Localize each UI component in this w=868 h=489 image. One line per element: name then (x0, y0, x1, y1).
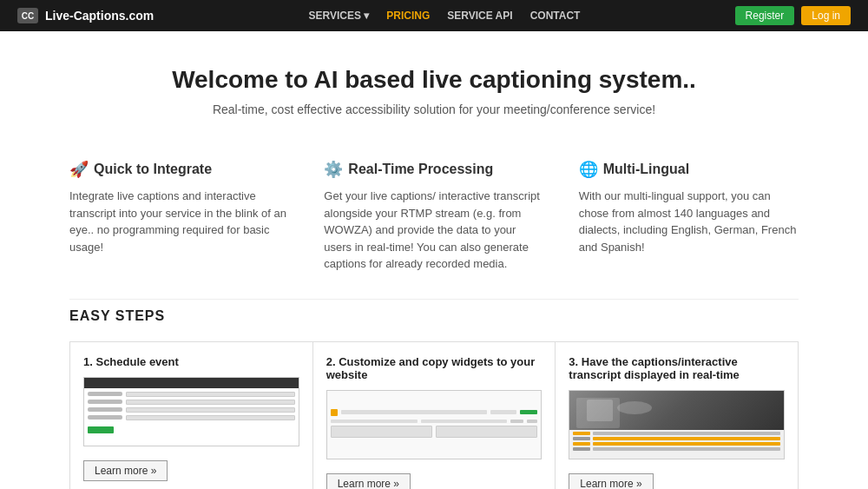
nav-pricing-link[interactable]: PRICING (386, 10, 430, 22)
step-2-title: 2. Customize and copy widgets to your we… (326, 355, 542, 381)
step-2-image (326, 390, 542, 459)
easy-steps-section: EASY STEPS 1. Schedule event Learn more … (0, 300, 868, 490)
feature-3-description: With our multi-lingual support, you can … (579, 188, 799, 255)
step-3-title: 3. Have the captions/interactive transcr… (569, 355, 785, 381)
nav-links: SERVICES ▾ PRICING SERVICE API CONTACT (308, 10, 580, 22)
step-3-learn-more[interactable]: Learn more » (569, 473, 653, 490)
feature-2-description: Get your live captions/ interactive tran… (324, 188, 543, 273)
step-1-title: 1. Schedule event (83, 355, 299, 368)
feature-realtime: ⚙️ Real-Time Processing Get your live ca… (324, 160, 543, 273)
nav-services-link[interactable]: SERVICES ▾ (308, 10, 369, 22)
nav-buttons: Register Log in (735, 6, 851, 25)
logo: CC Live-Captions.com (17, 8, 154, 23)
navbar: CC Live-Captions.com SERVICES ▾ PRICING … (0, 0, 868, 31)
feature-3-icon: 🌐 (579, 160, 598, 179)
features-section: 🚀 Quick to Integrate Integrate live capt… (0, 134, 868, 299)
hero-section: Welcome to AI based live captioning syst… (0, 31, 868, 134)
step-2: 2. Customize and copy widgets to your we… (313, 342, 556, 490)
step-3: 3. Have the captions/interactive transcr… (556, 342, 798, 490)
logo-text: Live-Captions.com (45, 9, 154, 23)
feature-2-title: Real-Time Processing (348, 162, 493, 177)
transcript-photo (569, 391, 784, 430)
register-button[interactable]: Register (735, 6, 795, 25)
nav-contact-link[interactable]: CONTACT (530, 10, 581, 22)
feature-1-icon: 🚀 (69, 160, 89, 179)
feature-3-title: Multi-Lingual (603, 162, 690, 177)
feature-1-description: Integrate live captions and interactive … (69, 188, 289, 255)
hero-subtitle: Real-time, cost effective accessibility … (69, 102, 799, 116)
login-button[interactable]: Log in (801, 6, 851, 25)
transcript-lines (569, 430, 784, 454)
feature-quick-integrate: 🚀 Quick to Integrate Integrate live capt… (69, 160, 289, 273)
steps-grid: 1. Schedule event Learn more » 2. Custom… (69, 341, 799, 490)
logo-icon: CC (17, 8, 38, 23)
easy-steps-heading: EASY STEPS (69, 308, 799, 324)
step-2-learn-more[interactable]: Learn more » (326, 473, 411, 490)
feature-1-title: Quick to Integrate (94, 162, 212, 177)
step-1-image (83, 377, 299, 446)
step-3-image (569, 390, 785, 459)
step-1-learn-more[interactable]: Learn more » (83, 460, 168, 481)
feature-2-icon: ⚙️ (324, 160, 343, 179)
feature-multilingual: 🌐 Multi-Lingual With our multi-lingual s… (579, 160, 799, 273)
nav-service-api-link[interactable]: SERVICE API (447, 10, 512, 22)
hero-title: Welcome to AI based live captioning syst… (69, 66, 799, 94)
step-1: 1. Schedule event Learn more » (70, 342, 313, 490)
